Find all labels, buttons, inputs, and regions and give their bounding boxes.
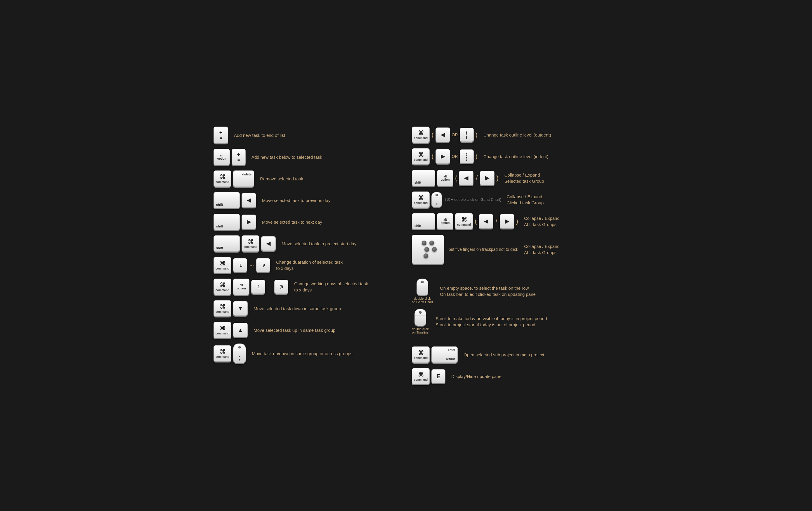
key-1-wk: ! 1 [251, 280, 265, 294]
key-alt-option: alt option [213, 149, 230, 165]
row-collapse-all-keys: shift alt option ⌘ command ( ◀ / ▶ ) Col… [412, 213, 599, 230]
keys-indent: ⌘ command ( ▶ OR } ] ) [412, 148, 477, 165]
keys-display-hide: ⌘ command E [412, 368, 445, 384]
desc-working-days: Change working days of selected task to … [294, 280, 368, 293]
row-project-start: shift ⌘ command ◀ Move selected task to … [213, 235, 400, 252]
left-column: + = Add new task to end of list alt opti… [213, 127, 400, 384]
desc-move-down: Move selected task down in same task gro… [254, 305, 341, 312]
key-cmd-ca: ⌘ command [455, 213, 473, 230]
trackpad [412, 235, 444, 264]
dbl-timeline-label: double click on Timeline [412, 327, 429, 334]
key-cmd-dh: ⌘ command [412, 368, 430, 384]
key-left-ca: ◀ [479, 214, 493, 228]
dbl-gantt-label: double click on Gantt Chart [412, 297, 433, 304]
key-left-cs: ◀ [459, 171, 473, 185]
row-outdent: ⌘ command ( ◀ OR { [ ) Change task outli… [412, 127, 599, 143]
dots-wk: ··· [267, 284, 272, 290]
desc-prev-day: Move selected task to previous day [262, 197, 330, 204]
keys-add-end: + = [213, 127, 228, 143]
key-alt-ca: alt option [437, 213, 453, 230]
separator [412, 269, 599, 273]
row-add-below: alt option + = Add new task below to sel… [213, 149, 400, 165]
mouse-timeline-group: double click on Timeline [412, 309, 429, 334]
desc-project-start: Move selected task to project start day [282, 241, 356, 247]
keys-dbl-timeline: double click on Timeline [412, 309, 429, 334]
key-9-wk: ( 9 [274, 280, 288, 294]
keys-project-start: shift ⌘ command ◀ [213, 235, 276, 252]
row-next-day: shift ▶ Move selected task to next day [213, 214, 400, 230]
row-add-end: + = Add new task to end of list [213, 127, 400, 143]
key-shift-next: shift [213, 214, 240, 230]
row-duration: ⌘ command ! 1 ··· ( 9 Change duaration o… [213, 257, 400, 273]
mouse-gantt-group: double click on Gantt Chart [412, 278, 433, 304]
mouse-gantt [416, 278, 428, 296]
key-right-cs: ▶ [480, 171, 494, 185]
row-open-sub: ⌘ command enter return Open selected sub… [412, 346, 599, 363]
trackpad-label: put five fingers on trackpad not to clic… [448, 247, 518, 252]
row-collapse-selected: shift alt option ( ◀ / ▶ ) Collapse / Ex… [412, 170, 599, 186]
desc-collapse-all-keys: Collapse / Expand ALL task Groups [524, 215, 560, 227]
keys-move-updown: ⌘ command ▲ ▼ [213, 344, 246, 364]
row-display-hide: ⌘ command E Display/Hide update panel [412, 368, 599, 384]
row-remove: ⌘ command delete Remove selected task [213, 170, 400, 187]
key-shift-prev: shift [213, 192, 240, 209]
key-shift-cs: shift [412, 170, 435, 186]
key-shift-proj: shift [213, 235, 240, 252]
key-shift-ca: shift [412, 213, 435, 230]
key-cmd-cc: ⌘ command [412, 191, 430, 208]
row-move-down: ⌘ command ▼ Move selected task down in s… [213, 300, 400, 317]
keys-duration: ⌘ command ! 1 ··· ( 9 [213, 257, 270, 273]
key-right-indent: ▶ [435, 149, 450, 164]
key-brace-indent: } ] [460, 150, 474, 163]
right-column: ⌘ command ( ◀ OR { [ ) Change task outli… [412, 127, 599, 384]
keys-dbl-gantt: double click on Gantt Chart [412, 278, 433, 304]
mouse-cc: ▼ [431, 192, 442, 207]
key-up-arrow: ▲ [233, 323, 248, 338]
key-cmd-sub: ⌘ command [412, 346, 430, 363]
key-cmd-remove: ⌘ command [213, 170, 231, 187]
keys-working-days: ⌘ command alt option ! 1 ··· ( 9 [213, 278, 288, 295]
desc-move-up: Move selected task up in same task group [254, 327, 335, 333]
desc-collapse-all-trackpad: Collapse / Expand ALL task Groups [524, 243, 560, 255]
row-dbl-timeline: double click on Timeline Scroll to make … [412, 309, 599, 334]
desc-collapse-clicked: Collapse / Expand Clicked task Group [507, 193, 544, 206]
key-e: E [431, 369, 445, 383]
key-plus2: + = [232, 149, 245, 165]
shortcuts-container: + = Add new task to end of list alt opti… [203, 118, 609, 393]
row-collapse-clicked: ⌘ command ▼ (⌘ + double click on Gantt C… [412, 191, 599, 208]
desc-remove: Remove selected task [260, 176, 303, 182]
mouse-drag: ▲ ▼ [233, 344, 246, 364]
desc-outdent: Change task outline level (outdent) [484, 132, 551, 138]
key-delete: delete [233, 170, 254, 187]
key-9-dur: ( 9 [256, 258, 270, 272]
key-alt-cs: alt option [437, 170, 453, 186]
keys-move-down: ⌘ command ▼ [213, 300, 248, 317]
key-cmd-up: ⌘ command [213, 322, 231, 338]
trackpad-label-group: put five fingers on trackpad not to clic… [448, 247, 518, 252]
key-cmd-indent: ⌘ command [412, 148, 430, 165]
key-brace-outdent: { [ [460, 128, 474, 142]
separator2 [412, 340, 599, 341]
gantt-inline-label: (⌘ + double click on Gantt Chart) [445, 197, 501, 202]
key-right-ca: ▶ [500, 214, 514, 228]
keys-next-day: shift ▶ [213, 214, 256, 230]
row-move-up: ⌘ command ▲ Move selected task up in sam… [213, 322, 400, 338]
keys-collapse-selected: shift alt option ( ◀ / ▶ ) [412, 170, 499, 186]
row-move-updown: ⌘ command ▲ ▼ Move task up/down in sam [213, 344, 400, 364]
keys-collapse-all: shift alt option ⌘ command ( ◀ / ▶ ) [412, 213, 518, 230]
keys-prev-day: shift ◀ [213, 192, 256, 209]
desc-collapse-selected: Collapse / Expand Selected task Group [504, 172, 544, 184]
keys-add-below: alt option + = [213, 149, 245, 165]
desc-open-sub: Open selected sub project in main projec… [464, 352, 544, 358]
desc-duration: Change duaration of selected task to x d… [276, 259, 343, 271]
key-cmd-dur: ⌘ command [213, 257, 231, 273]
key-left-outdent: ◀ [435, 128, 450, 142]
row-indent: ⌘ command ( ▶ OR } ] ) Change task outli… [412, 148, 599, 165]
key-cmd-outdent: ⌘ command [412, 127, 430, 143]
row-working-days: ⌘ command alt option ! 1 ··· ( 9 Change … [213, 278, 400, 295]
key-right-arrow-next: ▶ [241, 215, 256, 229]
keys-outdent: ⌘ command ( ◀ OR { [ ) [412, 127, 477, 143]
desc-indent: Change task outline level (indent) [484, 154, 549, 160]
keys-open-sub: ⌘ command enter return [412, 346, 458, 363]
desc-move-updown: Move task up/down in same group or acros… [252, 350, 352, 357]
